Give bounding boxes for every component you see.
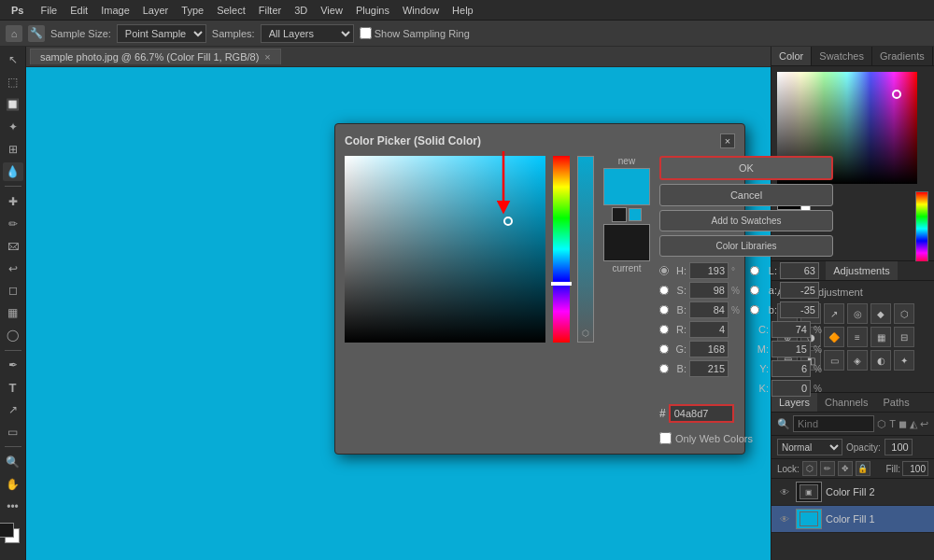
cancel-button[interactable]: Cancel xyxy=(659,184,833,206)
vibrance-btn[interactable]: ◆ xyxy=(870,303,891,324)
menu-3d[interactable]: 3D xyxy=(289,3,313,18)
active-document-tab[interactable]: sample photo.jpg @ 66.7% (Color Fill 1, … xyxy=(30,49,281,64)
menu-layer[interactable]: Layer xyxy=(137,3,175,18)
extra-tools[interactable]: ••• xyxy=(3,497,23,516)
radio-H[interactable] xyxy=(659,266,669,275)
a-input[interactable] xyxy=(780,282,819,299)
menu-window[interactable]: Window xyxy=(397,3,445,18)
radio-b[interactable] xyxy=(750,305,759,315)
hue-bar-mini[interactable] xyxy=(915,191,928,266)
path-select-tool[interactable]: ↗ xyxy=(3,400,23,420)
eyedropper-tool-icon[interactable]: 🔧 xyxy=(28,25,45,42)
radio-S[interactable] xyxy=(659,286,669,295)
quick-select-tool[interactable]: ✦ xyxy=(3,118,23,137)
preview-current-color[interactable] xyxy=(603,224,650,261)
layer-visibility-eye-1[interactable]: 👁 xyxy=(777,511,792,526)
layer-visibility-eye-2[interactable]: 👁 xyxy=(777,484,792,499)
pen-tool[interactable]: ✒ xyxy=(3,356,23,375)
eyedropper-tool[interactable]: 💧 xyxy=(3,162,23,182)
dialog-close-button[interactable]: × xyxy=(720,133,735,148)
layer-item-color-fill-2[interactable]: 👁 ▣ Color Fill 2 xyxy=(771,479,934,506)
M-input[interactable] xyxy=(771,341,811,357)
hex-input[interactable] xyxy=(669,404,734,423)
zoom-tool[interactable]: 🔍 xyxy=(3,452,23,471)
invert-btn[interactable]: ⊟ xyxy=(894,327,914,347)
lock-position-btn[interactable]: ✥ xyxy=(838,461,853,476)
show-sampling-ring-checkbox[interactable] xyxy=(360,27,372,39)
R-input[interactable] xyxy=(689,321,729,338)
menu-help[interactable]: Help xyxy=(446,3,479,18)
channel-mixer-btn[interactable]: ≡ xyxy=(847,327,868,347)
dodge-tool[interactable]: ◯ xyxy=(3,326,23,345)
layer-item-color-fill-1[interactable]: 👁 Color Fill 1 xyxy=(771,506,934,533)
tab-adjustments[interactable]: Adjustments xyxy=(826,261,898,280)
add-to-swatches-button[interactable]: Add to Swatches xyxy=(659,210,833,231)
tab-gradients[interactable]: Gradients xyxy=(872,47,933,65)
menu-plugins[interactable]: Plugins xyxy=(350,3,395,18)
gradient-tool[interactable]: ▦ xyxy=(3,303,23,323)
selective-color-btn[interactable]: ◈ xyxy=(847,350,868,371)
exposure-btn[interactable]: ◎ xyxy=(847,303,868,324)
show-sampling-ring-label[interactable]: Show Sampling Ring xyxy=(360,27,470,39)
G-input[interactable] xyxy=(689,341,729,357)
samples-select[interactable]: All Layers xyxy=(261,24,354,43)
brush-tool[interactable]: ✏ xyxy=(3,214,23,233)
b-input[interactable] xyxy=(780,301,819,318)
tab-close-button[interactable]: × xyxy=(264,51,270,63)
home-icon[interactable]: ⌂ xyxy=(6,25,22,42)
lock-image-btn[interactable]: ✏ xyxy=(820,461,835,476)
opacity-input[interactable] xyxy=(884,439,913,455)
radio-a[interactable] xyxy=(750,286,759,295)
sample-size-select[interactable]: Point Sample xyxy=(117,24,206,43)
menu-filter[interactable]: Filter xyxy=(253,3,287,18)
preview-new-color[interactable] xyxy=(603,168,650,205)
foreground-color-swatch[interactable] xyxy=(0,523,14,538)
radio-B[interactable] xyxy=(659,305,669,315)
move-tool[interactable]: ↖ xyxy=(3,50,23,70)
menu-image[interactable]: Image xyxy=(95,3,135,18)
Y-input[interactable] xyxy=(771,360,811,377)
C-input[interactable] xyxy=(771,321,811,338)
S-input[interactable] xyxy=(689,282,729,299)
menu-view[interactable]: View xyxy=(315,3,348,18)
only-web-colors-checkbox[interactable] xyxy=(659,432,672,444)
radio-L[interactable] xyxy=(750,266,759,275)
canvas-content[interactable]: Color Picker (Solid Color) × xyxy=(26,67,771,560)
lock-all-btn[interactable]: 🔒 xyxy=(856,461,870,476)
color-lookup-btn[interactable]: ▦ xyxy=(870,327,891,347)
tab-swatches[interactable]: Swatches xyxy=(812,47,872,65)
L-input[interactable] xyxy=(780,262,819,279)
shadows-highlights-btn[interactable]: ◐ xyxy=(870,350,891,371)
color-picker-gradient[interactable] xyxy=(345,156,545,343)
B2-input[interactable] xyxy=(689,360,729,377)
shape-tool[interactable]: ▭ xyxy=(3,422,23,441)
tab-paths[interactable]: Paths xyxy=(876,393,917,412)
marquee-tool[interactable]: ⬚ xyxy=(3,73,23,92)
crop-tool[interactable]: ⊞ xyxy=(3,140,23,160)
eraser-tool[interactable]: ◻ xyxy=(3,281,23,301)
hand-tool[interactable]: ✋ xyxy=(3,474,23,494)
radio-B2[interactable] xyxy=(659,364,669,373)
tab-color[interactable]: Color xyxy=(771,47,812,65)
menu-edit[interactable]: Edit xyxy=(64,3,93,18)
type-tool[interactable]: T xyxy=(3,378,23,398)
history-brush-tool[interactable]: ↩ xyxy=(3,259,23,278)
lasso-tool[interactable]: 🔲 xyxy=(3,95,23,115)
radio-G[interactable] xyxy=(659,344,669,354)
fill-input[interactable] xyxy=(902,461,928,476)
hsl-btn[interactable]: ⬡ xyxy=(894,303,914,324)
menu-type[interactable]: Type xyxy=(176,3,209,18)
clone-tool[interactable]: 🖂 xyxy=(3,236,23,256)
color-libraries-button[interactable]: Color Libraries xyxy=(659,235,833,257)
B-input[interactable] xyxy=(689,301,729,318)
opacity-slider[interactable] xyxy=(577,156,594,343)
K-input[interactable] xyxy=(771,380,811,397)
ok-button[interactable]: OK xyxy=(659,156,833,180)
healing-tool[interactable]: ✚ xyxy=(3,191,23,211)
radio-R[interactable] xyxy=(659,325,669,334)
hdr-toning-btn[interactable]: ✦ xyxy=(894,350,914,371)
H-input[interactable] xyxy=(689,262,729,279)
menu-select[interactable]: Select xyxy=(211,3,251,18)
hue-slider[interactable] xyxy=(553,156,570,343)
lock-transparent-btn[interactable]: ⬡ xyxy=(802,461,817,476)
